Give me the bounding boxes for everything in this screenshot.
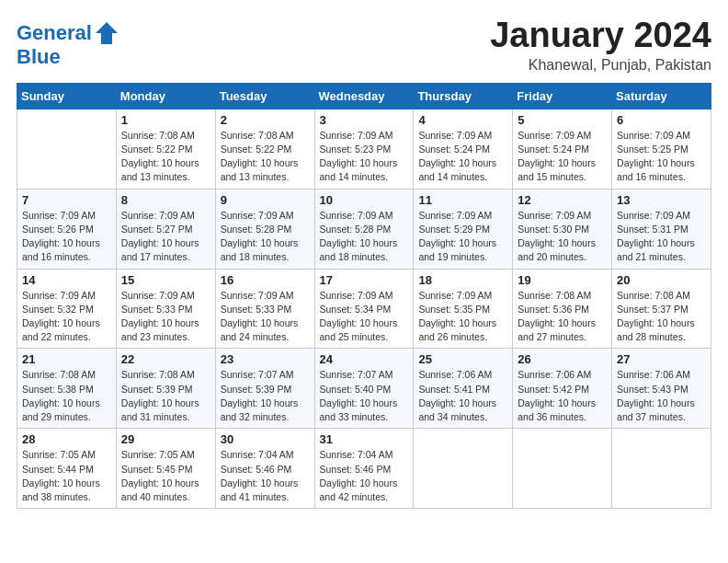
day-number: 4 xyxy=(418,113,507,127)
day-info: Sunrise: 7:07 AM Sunset: 5:39 PM Dayligh… xyxy=(221,368,310,424)
calendar-cell: 4Sunrise: 7:09 AM Sunset: 5:24 PM Daylig… xyxy=(414,109,513,189)
calendar-header-row: SundayMondayTuesdayWednesdayThursdayFrid… xyxy=(17,83,711,109)
logo-icon xyxy=(94,20,119,46)
title-block: January 2024 Khanewal, Punjab, Pakistan xyxy=(490,17,711,74)
day-number: 11 xyxy=(418,193,507,207)
day-info: Sunrise: 7:09 AM Sunset: 5:28 PM Dayligh… xyxy=(320,209,409,265)
day-header-friday: Friday xyxy=(513,83,612,109)
day-info: Sunrise: 7:08 AM Sunset: 5:37 PM Dayligh… xyxy=(617,289,706,345)
day-number: 6 xyxy=(617,113,706,127)
day-info: Sunrise: 7:08 AM Sunset: 5:22 PM Dayligh… xyxy=(121,129,210,185)
calendar-cell: 26Sunrise: 7:06 AM Sunset: 5:42 PM Dayli… xyxy=(513,349,612,429)
calendar-cell: 5Sunrise: 7:09 AM Sunset: 5:24 PM Daylig… xyxy=(513,109,612,189)
calendar-cell: 18Sunrise: 7:09 AM Sunset: 5:35 PM Dayli… xyxy=(414,269,513,349)
day-info: Sunrise: 7:09 AM Sunset: 5:35 PM Dayligh… xyxy=(418,289,507,345)
day-info: Sunrise: 7:08 AM Sunset: 5:36 PM Dayligh… xyxy=(518,289,607,345)
day-number: 22 xyxy=(121,352,210,366)
day-info: Sunrise: 7:09 AM Sunset: 5:32 PM Dayligh… xyxy=(22,289,111,345)
day-number: 1 xyxy=(121,113,210,127)
page: General Blue January 2024 Khanewal, Punj… xyxy=(0,0,728,518)
logo: General Blue xyxy=(17,20,119,68)
day-number: 9 xyxy=(221,193,310,207)
day-number: 31 xyxy=(320,432,409,446)
calendar-week-3: 14Sunrise: 7:09 AM Sunset: 5:32 PM Dayli… xyxy=(17,269,711,349)
calendar-cell: 11Sunrise: 7:09 AM Sunset: 5:29 PM Dayli… xyxy=(414,189,513,269)
day-info: Sunrise: 7:09 AM Sunset: 5:31 PM Dayligh… xyxy=(617,209,706,265)
day-number: 12 xyxy=(518,193,607,207)
calendar-cell: 9Sunrise: 7:09 AM Sunset: 5:28 PM Daylig… xyxy=(215,189,314,269)
calendar-cell: 3Sunrise: 7:09 AM Sunset: 5:23 PM Daylig… xyxy=(314,109,414,189)
day-number: 17 xyxy=(320,273,409,287)
calendar-cell: 29Sunrise: 7:05 AM Sunset: 5:45 PM Dayli… xyxy=(116,429,215,509)
day-number: 5 xyxy=(518,113,607,127)
day-number: 15 xyxy=(121,273,210,287)
calendar-week-2: 7Sunrise: 7:09 AM Sunset: 5:26 PM Daylig… xyxy=(17,189,711,269)
svg-marker-0 xyxy=(96,22,118,44)
calendar-cell xyxy=(414,429,513,509)
calendar-cell xyxy=(513,429,612,509)
logo-text: General xyxy=(17,22,92,44)
day-info: Sunrise: 7:09 AM Sunset: 5:26 PM Dayligh… xyxy=(22,209,111,265)
calendar-cell: 27Sunrise: 7:06 AM Sunset: 5:43 PM Dayli… xyxy=(612,349,711,429)
day-number: 16 xyxy=(221,273,310,287)
calendar-cell: 12Sunrise: 7:09 AM Sunset: 5:30 PM Dayli… xyxy=(513,189,612,269)
calendar-cell: 6Sunrise: 7:09 AM Sunset: 5:25 PM Daylig… xyxy=(612,109,711,189)
day-header-thursday: Thursday xyxy=(414,83,513,109)
day-info: Sunrise: 7:04 AM Sunset: 5:46 PM Dayligh… xyxy=(320,448,409,504)
day-info: Sunrise: 7:09 AM Sunset: 5:33 PM Dayligh… xyxy=(121,289,210,345)
calendar-week-5: 28Sunrise: 7:05 AM Sunset: 5:44 PM Dayli… xyxy=(17,429,711,509)
calendar-cell: 16Sunrise: 7:09 AM Sunset: 5:33 PM Dayli… xyxy=(215,269,314,349)
day-number: 21 xyxy=(22,352,111,366)
day-header-tuesday: Tuesday xyxy=(215,83,314,109)
calendar-cell: 17Sunrise: 7:09 AM Sunset: 5:34 PM Dayli… xyxy=(314,269,414,349)
day-number: 7 xyxy=(22,193,111,207)
day-number: 18 xyxy=(418,273,507,287)
calendar-cell: 14Sunrise: 7:09 AM Sunset: 5:32 PM Dayli… xyxy=(17,269,117,349)
month-title: January 2024 xyxy=(490,17,711,55)
calendar-cell: 21Sunrise: 7:08 AM Sunset: 5:38 PM Dayli… xyxy=(17,349,117,429)
day-info: Sunrise: 7:09 AM Sunset: 5:27 PM Dayligh… xyxy=(121,209,210,265)
day-info: Sunrise: 7:06 AM Sunset: 5:41 PM Dayligh… xyxy=(418,368,507,424)
calendar-cell: 25Sunrise: 7:06 AM Sunset: 5:41 PM Dayli… xyxy=(414,349,513,429)
day-info: Sunrise: 7:04 AM Sunset: 5:46 PM Dayligh… xyxy=(221,448,310,504)
header: General Blue January 2024 Khanewal, Punj… xyxy=(17,17,711,74)
calendar-cell: 1Sunrise: 7:08 AM Sunset: 5:22 PM Daylig… xyxy=(116,109,215,189)
calendar-cell xyxy=(17,109,117,189)
day-info: Sunrise: 7:09 AM Sunset: 5:29 PM Dayligh… xyxy=(418,209,507,265)
day-header-monday: Monday xyxy=(116,83,215,109)
day-header-saturday: Saturday xyxy=(612,83,711,109)
day-header-sunday: Sunday xyxy=(17,83,117,109)
day-number: 10 xyxy=(320,193,409,207)
logo-blue-text: Blue xyxy=(17,46,119,68)
day-info: Sunrise: 7:09 AM Sunset: 5:23 PM Dayligh… xyxy=(320,129,409,185)
calendar-cell: 31Sunrise: 7:04 AM Sunset: 5:46 PM Dayli… xyxy=(314,429,414,509)
day-info: Sunrise: 7:08 AM Sunset: 5:38 PM Dayligh… xyxy=(22,368,111,424)
day-info: Sunrise: 7:08 AM Sunset: 5:39 PM Dayligh… xyxy=(121,368,210,424)
day-number: 19 xyxy=(518,273,607,287)
day-header-wednesday: Wednesday xyxy=(314,83,414,109)
day-number: 20 xyxy=(617,273,706,287)
calendar-week-4: 21Sunrise: 7:08 AM Sunset: 5:38 PM Dayli… xyxy=(17,349,711,429)
calendar-cell: 28Sunrise: 7:05 AM Sunset: 5:44 PM Dayli… xyxy=(17,429,117,509)
calendar-week-1: 1Sunrise: 7:08 AM Sunset: 5:22 PM Daylig… xyxy=(17,109,711,189)
calendar-cell: 2Sunrise: 7:08 AM Sunset: 5:22 PM Daylig… xyxy=(215,109,314,189)
day-info: Sunrise: 7:05 AM Sunset: 5:44 PM Dayligh… xyxy=(22,448,111,504)
day-number: 14 xyxy=(22,273,111,287)
day-info: Sunrise: 7:09 AM Sunset: 5:24 PM Dayligh… xyxy=(518,129,607,185)
day-info: Sunrise: 7:09 AM Sunset: 5:24 PM Dayligh… xyxy=(418,129,507,185)
calendar-cell: 10Sunrise: 7:09 AM Sunset: 5:28 PM Dayli… xyxy=(314,189,414,269)
calendar-cell: 20Sunrise: 7:08 AM Sunset: 5:37 PM Dayli… xyxy=(612,269,711,349)
calendar-cell xyxy=(612,429,711,509)
day-info: Sunrise: 7:08 AM Sunset: 5:22 PM Dayligh… xyxy=(221,129,310,185)
location: Khanewal, Punjab, Pakistan xyxy=(490,57,711,74)
day-info: Sunrise: 7:09 AM Sunset: 5:34 PM Dayligh… xyxy=(320,289,409,345)
calendar-cell: 7Sunrise: 7:09 AM Sunset: 5:26 PM Daylig… xyxy=(17,189,117,269)
day-info: Sunrise: 7:06 AM Sunset: 5:42 PM Dayligh… xyxy=(518,368,607,424)
calendar-cell: 13Sunrise: 7:09 AM Sunset: 5:31 PM Dayli… xyxy=(612,189,711,269)
day-number: 26 xyxy=(518,352,607,366)
day-number: 29 xyxy=(121,432,210,446)
day-info: Sunrise: 7:09 AM Sunset: 5:30 PM Dayligh… xyxy=(518,209,607,265)
calendar: SundayMondayTuesdayWednesdayThursdayFrid… xyxy=(17,83,711,509)
calendar-cell: 19Sunrise: 7:08 AM Sunset: 5:36 PM Dayli… xyxy=(513,269,612,349)
day-number: 24 xyxy=(320,352,409,366)
